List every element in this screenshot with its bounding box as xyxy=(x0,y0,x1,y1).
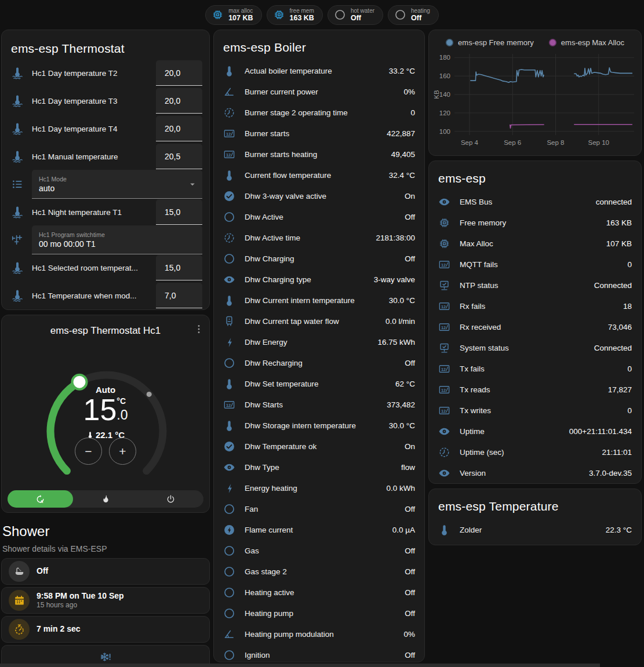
pill-value: Off xyxy=(411,14,430,22)
legend-item[interactable]: ems-esp Max Alloc xyxy=(549,38,624,47)
entity-row[interactable]: Dhw Energy16.75 kWh xyxy=(214,331,424,352)
entity-row[interactable]: Dhw RechargingOff xyxy=(214,352,424,373)
entity-row[interactable]: Max Alloc107 KB xyxy=(429,233,641,254)
entity-value: 16.75 kWh xyxy=(377,338,415,347)
temperature-input[interactable]: 15,0 xyxy=(156,255,202,280)
entity-row[interactable]: Dhw ActiveOff xyxy=(214,206,424,227)
entity-row[interactable]: IgnitionOff xyxy=(214,644,424,662)
entity-row[interactable]: FanOff xyxy=(214,498,424,519)
legend-item[interactable]: ems-esp Free memory xyxy=(446,38,534,47)
entity-row[interactable]: EMS Busconnected xyxy=(429,191,641,212)
entity-row[interactable]: Dhw Storage intern temperature30.0 °C xyxy=(214,415,424,436)
entity-row[interactable]: Burner stage 2 operating time0 xyxy=(214,102,424,123)
tile-secondary: 15 hours ago xyxy=(37,601,124,610)
shower-tile[interactable]: 7 min 2 sec xyxy=(1,616,210,643)
entity-row[interactable]: 12Rx fails18 xyxy=(429,296,641,316)
heat-mode-button[interactable] xyxy=(73,490,139,508)
svg-text:12: 12 xyxy=(226,131,231,136)
entity-row[interactable]: Burner current power0% xyxy=(214,81,424,102)
temperature-input[interactable]: 7,0 xyxy=(156,283,202,308)
circle-icon xyxy=(223,607,235,619)
entity-label: Ignition xyxy=(245,651,395,659)
svg-text:180: 180 xyxy=(439,54,450,61)
entity-row[interactable]: System statusConnected xyxy=(429,337,641,358)
entity-row[interactable]: 12Tx fails0 xyxy=(429,358,641,379)
pill-label: free mem xyxy=(290,8,314,14)
entity-label: Current flow temperature xyxy=(245,171,380,180)
entity-row[interactable]: 12MQTT fails0 xyxy=(429,254,641,275)
header-pill-heating[interactable]: heatingOff xyxy=(388,5,439,25)
entity-label: Burner starts heating xyxy=(245,150,382,159)
boiler-icon xyxy=(223,315,235,327)
text-input[interactable]: Hc1 Program switchtime00 mo 00:00 T1 xyxy=(32,225,202,254)
header-pill-max-alloc[interactable]: max alloc107 KB xyxy=(205,5,261,25)
header-pill-free-mem[interactable]: free mem163 KB xyxy=(267,5,323,25)
entity-row[interactable]: Uptime (sec)21:11:01 xyxy=(429,442,641,462)
entity-row[interactable]: Heating pump modulation0% xyxy=(214,624,424,644)
entity-value: connected xyxy=(596,198,632,206)
off-mode-button[interactable] xyxy=(138,490,203,508)
entity-row[interactable]: Dhw Current intern temperature30.0 °C xyxy=(214,290,424,311)
entity-row[interactable]: Zolder22.3 °C xyxy=(429,519,641,540)
entity-row[interactable]: Dhw Active time2181:38:00 xyxy=(214,227,424,248)
entity-row[interactable]: Dhw Typeflow xyxy=(214,457,424,478)
entity-value: 17,827 xyxy=(608,385,632,394)
entity-row[interactable]: Version3.7.0-dev.35 xyxy=(429,462,641,483)
temperature-input[interactable]: 20,0 xyxy=(156,116,202,141)
entity-row[interactable]: Heating pumpOff xyxy=(214,603,424,624)
entity-value: 0.0 kWh xyxy=(386,484,415,493)
entity-row[interactable]: Dhw ChargingOff xyxy=(214,248,424,269)
entity-row[interactable]: 12Dhw Starts373,482 xyxy=(214,394,424,415)
entity-row[interactable]: 12Burner starts422,887 xyxy=(214,123,424,144)
input-value: 00 mo 00:00 T1 xyxy=(39,239,195,249)
entity-value: 30.0 °C xyxy=(389,421,415,430)
shower-tiles: Off9:58 PM on Tue 10 Sep15 hours ago7 mi… xyxy=(1,558,210,667)
entity-row[interactable]: Free memory163 KB xyxy=(429,212,641,233)
entity-row[interactable]: Dhw Current tap water flow0.0 l/min xyxy=(214,311,424,331)
entity-row[interactable]: 12Tx writes0 xyxy=(429,400,641,421)
temperature-unit: °C xyxy=(117,398,126,405)
eye-icon xyxy=(223,461,235,473)
entity-value: Off xyxy=(405,505,415,513)
temperature-input[interactable]: 20,0 xyxy=(156,88,202,114)
entity-label: Dhw Energy xyxy=(245,338,368,347)
entity-row[interactable]: Dhw Set temperature62 °C xyxy=(214,373,424,394)
entity-row[interactable]: 12Tx reads17,827 xyxy=(429,379,641,400)
entity-row[interactable]: 12Burner starts heating49,405 xyxy=(214,144,424,165)
temperature-input[interactable]: 20,5 xyxy=(156,144,202,169)
temperature-input[interactable]: 20,0 xyxy=(156,60,202,86)
entity-row[interactable]: NTP statusConnected xyxy=(429,275,641,296)
entity-row[interactable]: Dhw 3-way valve activeOn xyxy=(214,185,424,206)
entity-row[interactable]: Uptime000+21:11:01.434 xyxy=(429,421,641,442)
increase-temperature-button[interactable]: + xyxy=(109,438,136,465)
check-circle-icon xyxy=(223,190,235,202)
entity-label: MQTT fails xyxy=(460,260,618,269)
entity-row[interactable]: Current flow temperature32.4 °C xyxy=(214,165,424,185)
svg-text:120: 120 xyxy=(439,110,450,116)
thermometer-water-icon xyxy=(11,206,24,218)
entity-row[interactable]: Gas stage 2Off xyxy=(214,561,424,582)
header-pill-hot-water[interactable]: hot waterOff xyxy=(328,5,383,25)
entity-row[interactable]: GasOff xyxy=(214,540,424,561)
mode-select[interactable]: Hc1 Modeauto xyxy=(32,170,202,199)
entity-row[interactable]: Heating activeOff xyxy=(214,582,424,603)
temperature-input[interactable]: 15,0 xyxy=(156,199,202,225)
shower-tile[interactable]: 9:58 PM on Tue 10 Sep15 hours ago xyxy=(1,587,210,614)
boiler-entities-card: ems-esp Boiler Actual boiler temperature… xyxy=(213,30,425,662)
network-icon xyxy=(438,342,450,354)
auto-mode-button[interactable]: A xyxy=(8,490,73,508)
entity-row[interactable]: 12Rx received73,046 xyxy=(429,316,641,337)
shower-tile[interactable]: Off xyxy=(1,558,210,585)
entity-row[interactable]: Flame current0.0 µA xyxy=(214,519,424,540)
entity-row[interactable]: Dhw Charging type3-way valve xyxy=(214,269,424,290)
entity-row[interactable]: Actual boiler temperature33.2 °C xyxy=(214,60,424,81)
decrease-temperature-button[interactable]: − xyxy=(75,438,102,465)
more-options-icon[interactable] xyxy=(193,323,205,335)
entity-row[interactable]: Energy heating0.0 kWh xyxy=(214,478,424,498)
entity-row[interactable]: Dhw Temperature okOn xyxy=(214,436,424,457)
thermostat-dial[interactable]: Auto 15 °C .0 22.1 °C xyxy=(2,340,209,490)
chip-icon xyxy=(438,217,450,229)
entity-value: Off xyxy=(405,546,415,555)
entity-label: Dhw Charging type xyxy=(245,275,365,284)
entity-label: Burner stage 2 operating time xyxy=(245,108,401,117)
